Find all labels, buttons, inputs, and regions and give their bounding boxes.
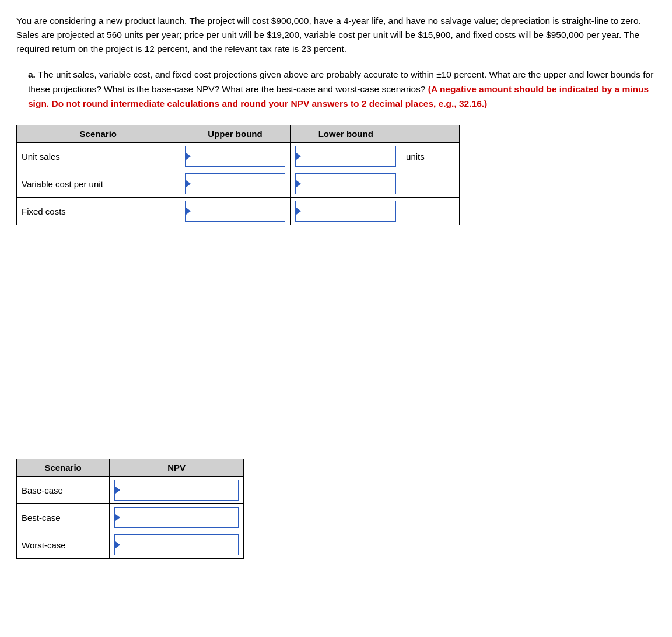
lower-bound-unit-sales-cell (290, 143, 401, 170)
npv-table: Scenario NPV Base-case Best-case (16, 459, 244, 559)
npv-worst-case-cell (110, 531, 244, 559)
col-header-lower-bound: Lower bound (290, 125, 401, 143)
bounds-table: Scenario Upper bound Lower bound Unit sa… (16, 125, 460, 225)
scenario-base-case: Base-case (17, 477, 110, 504)
upper-bound-fixed-costs-cell (180, 198, 290, 225)
intro-paragraph: You are considering a new product launch… (16, 14, 656, 56)
upper-bound-fixed-costs-input-wrapper (185, 201, 286, 222)
fixed-costs-unit-label (401, 198, 460, 225)
table-row: Variable cost per unit (17, 170, 460, 198)
scenario-unit-sales: Unit sales (17, 143, 180, 170)
col-header-unit (401, 125, 460, 143)
question-label: a. (28, 69, 36, 79)
scenario-variable-cost: Variable cost per unit (17, 170, 180, 198)
scenario-fixed-costs: Fixed costs (17, 198, 180, 225)
npv-worst-case-input-wrapper (114, 534, 239, 555)
lower-bound-fixed-costs-cell (290, 198, 401, 225)
scenario-worst-case: Worst-case (17, 531, 110, 559)
col-header-scenario: Scenario (17, 125, 180, 143)
lower-bound-unit-sales-input[interactable] (295, 146, 396, 167)
npv-best-case-input[interactable] (114, 507, 239, 528)
upper-bound-unit-sales-input-wrapper (185, 146, 286, 167)
lower-bound-variable-cost-input[interactable] (295, 173, 396, 194)
question-block: a. The unit sales, variable cost, and fi… (16, 68, 656, 111)
lower-bound-unit-sales-input-wrapper (295, 146, 396, 167)
lower-bound-variable-cost-input-wrapper (295, 173, 396, 194)
upper-bound-variable-cost-input[interactable] (185, 173, 286, 194)
npv-col-header-scenario: Scenario (17, 459, 110, 477)
scenario-best-case: Best-case (17, 504, 110, 531)
unit-sales-unit-label: units (401, 143, 460, 170)
npv-best-case-cell (110, 504, 244, 531)
table-row: Unit sales units (17, 143, 460, 170)
upper-bound-variable-cost-input-wrapper (185, 173, 286, 194)
table-row: Best-case (17, 504, 244, 531)
npv-table-wrapper: Scenario NPV Base-case Best-case (16, 459, 656, 559)
table-row: Base-case (17, 477, 244, 504)
variable-cost-unit-label (401, 170, 460, 198)
upper-bound-unit-sales-input[interactable] (185, 146, 286, 167)
lower-bound-fixed-costs-input-wrapper (295, 201, 396, 222)
upper-bound-variable-cost-cell (180, 170, 290, 198)
col-header-upper-bound: Upper bound (180, 125, 290, 143)
npv-worst-case-input[interactable] (114, 534, 239, 555)
upper-bound-unit-sales-cell (180, 143, 290, 170)
table-row: Worst-case (17, 531, 244, 559)
lower-bound-fixed-costs-input[interactable] (295, 201, 396, 222)
npv-base-case-input[interactable] (114, 480, 239, 501)
upper-bound-fixed-costs-input[interactable] (185, 201, 286, 222)
vertical-spacer (16, 249, 656, 447)
npv-best-case-input-wrapper (114, 507, 239, 528)
npv-base-case-input-wrapper (114, 480, 239, 501)
table-row: Fixed costs (17, 198, 460, 225)
lower-bound-variable-cost-cell (290, 170, 401, 198)
npv-base-case-cell (110, 477, 244, 504)
bounds-table-wrapper: Scenario Upper bound Lower bound Unit sa… (16, 125, 656, 225)
npv-col-header-npv: NPV (110, 459, 244, 477)
